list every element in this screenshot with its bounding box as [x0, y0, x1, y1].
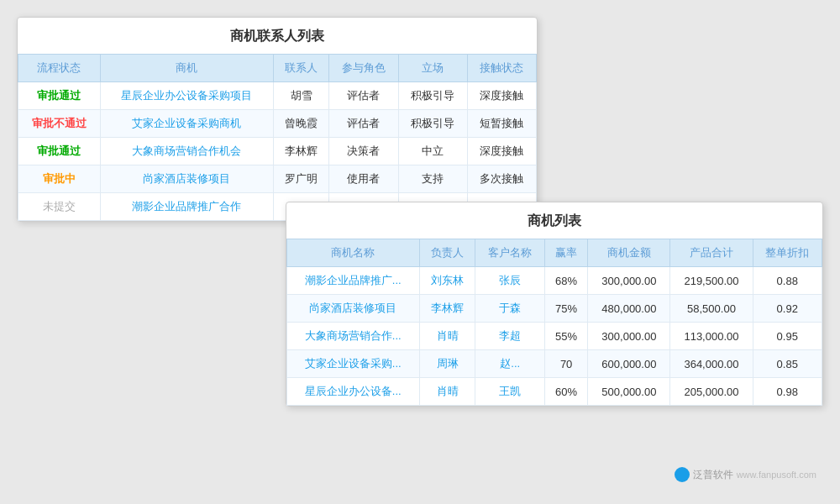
opp-discount: 0.92: [753, 295, 822, 323]
opp-row: 星辰企业办公设备...肖晴王凯60%500,000.00205,000.000.…: [287, 378, 822, 406]
contact-touch: 短暂接触: [467, 110, 536, 138]
opp-customer-link[interactable]: 赵...: [500, 357, 520, 370]
opp-customer: 王凯: [475, 378, 544, 406]
contacts-header-cell: 联系人: [273, 55, 329, 82]
contacts-header-cell: 立场: [398, 55, 467, 82]
opp-name-link[interactable]: 艾家企业设备采购...: [305, 357, 402, 370]
contact-opportunity-link[interactable]: 潮影企业品牌推广合作: [132, 200, 241, 213]
contact-opportunity-link[interactable]: 尚家酒店装修项目: [143, 172, 230, 185]
opp-customer-link[interactable]: 张辰: [499, 274, 521, 286]
contact-role: 评估者: [329, 110, 398, 138]
contact-position: 积极引导: [398, 82, 467, 110]
opp-header-cell: 商机名称: [287, 239, 420, 267]
watermark-url: www.fanpusoft.com: [737, 470, 816, 480]
opp-amount: 600,000.00: [588, 350, 670, 378]
opp-win-rate: 55%: [544, 323, 587, 350]
opp-name: 艾家企业设备采购...: [287, 350, 420, 378]
contact-touch: 深度接触: [467, 138, 536, 165]
opp-win-rate: 68%: [544, 267, 587, 295]
opp-discount: 0.95: [753, 323, 822, 350]
opp-product-total: 219,500.00: [670, 267, 753, 295]
opp-name: 大象商场营销合作...: [287, 323, 420, 350]
contact-opportunity-link[interactable]: 艾家企业设备采购商机: [132, 117, 241, 129]
opp-header-cell: 商机金额: [588, 239, 670, 267]
contacts-panel-title: 商机联系人列表: [18, 18, 537, 54]
opp-customer-link[interactable]: 王凯: [499, 385, 521, 397]
opp-customer-link[interactable]: 于森: [499, 302, 521, 314]
opp-owner-link[interactable]: 刘东林: [431, 274, 464, 286]
opp-owner: 肖晴: [419, 378, 475, 406]
opp-owner: 肖晴: [419, 323, 475, 350]
contacts-row: 审批通过大象商场营销合作机会李林辉决策者中立深度接触: [18, 138, 537, 165]
contact-name: 李林辉: [273, 138, 329, 165]
contacts-header-cell: 流程状态: [18, 55, 101, 82]
opp-customer: 赵...: [475, 350, 544, 378]
contact-name: 曾晚霞: [273, 110, 329, 138]
opp-amount: 480,000.00: [588, 295, 670, 323]
opp-amount: 500,000.00: [588, 378, 670, 406]
contact-opportunity: 星辰企业办公设备采购项目: [100, 82, 273, 110]
opp-row: 尚家酒店装修项目李林辉于森75%480,000.0058,500.000.92: [287, 295, 822, 323]
opportunities-panel-title: 商机列表: [286, 202, 822, 239]
contacts-header-cell: 接触状态: [467, 55, 536, 82]
contacts-panel: 商机联系人列表 流程状态商机联系人参与角色立场接触状态 审批通过星辰企业办公设备…: [17, 17, 538, 222]
opp-win-rate: 75%: [544, 295, 587, 323]
opp-discount: 0.88: [753, 267, 822, 295]
contacts-row: 审批通过星辰企业办公设备采购项目胡雪评估者积极引导深度接触: [18, 82, 537, 110]
opp-owner-link[interactable]: 肖晴: [437, 329, 459, 342]
contact-status: 审批中: [18, 165, 101, 193]
opp-owner: 周琳: [419, 350, 475, 378]
contact-status: 未提交: [18, 193, 101, 221]
contact-name: 胡雪: [273, 82, 329, 110]
contact-role: 决策者: [329, 138, 398, 165]
opp-name: 潮影企业品牌推广...: [287, 267, 420, 295]
opp-owner: 李林辉: [419, 295, 475, 323]
contact-status: 审批通过: [18, 138, 101, 165]
opp-header-cell: 客户名称: [475, 239, 544, 267]
opp-customer: 李超: [475, 323, 544, 350]
opp-product-total: 58,500.00: [670, 295, 753, 323]
opp-header-cell: 整单折扣: [753, 239, 822, 267]
contact-opportunity: 艾家企业设备采购商机: [100, 110, 273, 138]
contact-touch: 深度接触: [467, 82, 536, 110]
opp-name-link[interactable]: 潮影企业品牌推广...: [305, 274, 402, 286]
contact-status: 审批不通过: [18, 110, 101, 138]
contact-touch: 多次接触: [467, 165, 536, 193]
opp-owner-link[interactable]: 肖晴: [437, 385, 459, 397]
opp-name-link[interactable]: 大象商场营销合作...: [305, 329, 402, 342]
contact-opportunity-link[interactable]: 星辰企业办公设备采购项目: [121, 89, 252, 102]
opp-product-total: 205,000.00: [670, 378, 753, 406]
opp-owner-link[interactable]: 李林辉: [431, 302, 464, 314]
opp-discount: 0.98: [753, 378, 822, 406]
opp-header-cell: 赢率: [544, 239, 587, 267]
contact-position: 支持: [398, 165, 467, 193]
opp-row: 艾家企业设备采购...周琳赵...70600,000.00364,000.000…: [287, 350, 822, 378]
contacts-row: 审批中尚家酒店装修项目罗广明使用者支持多次接触: [18, 165, 537, 193]
contact-opportunity: 尚家酒店装修项目: [100, 165, 273, 193]
opp-owner-link[interactable]: 周琳: [437, 357, 459, 370]
contact-opportunity: 潮影企业品牌推广合作: [100, 193, 273, 221]
contacts-row: 审批不通过艾家企业设备采购商机曾晚霞评估者积极引导短暂接触: [18, 110, 537, 138]
opp-row: 潮影企业品牌推广...刘东林张辰68%300,000.00219,500.000…: [287, 267, 822, 295]
opportunities-panel: 商机列表 商机名称负责人客户名称赢率商机金额产品合计整单折扣 潮影企业品牌推广.…: [286, 202, 823, 407]
contact-role: 使用者: [329, 165, 398, 193]
opp-win-rate: 70: [544, 350, 587, 378]
opp-owner: 刘东林: [419, 267, 475, 295]
watermark-logo: [675, 467, 690, 482]
contact-status: 审批通过: [18, 82, 101, 110]
contacts-header-cell: 商机: [100, 55, 273, 82]
opp-header-cell: 产品合计: [670, 239, 753, 267]
contact-opportunity: 大象商场营销合作机会: [100, 138, 273, 165]
opp-name: 尚家酒店装修项目: [287, 295, 420, 323]
contact-opportunity-link[interactable]: 大象商场营销合作机会: [132, 144, 241, 157]
watermark: 泛普软件 www.fanpusoft.com: [675, 467, 816, 482]
opp-name: 星辰企业办公设备...: [287, 378, 420, 406]
opportunities-table: 商机名称负责人客户名称赢率商机金额产品合计整单折扣 潮影企业品牌推广...刘东林…: [286, 239, 822, 406]
contacts-header-cell: 参与角色: [329, 55, 398, 82]
contact-position: 积极引导: [398, 110, 467, 138]
opp-name-link[interactable]: 尚家酒店装修项目: [309, 302, 396, 314]
opp-discount: 0.85: [753, 350, 822, 378]
opp-customer-link[interactable]: 李超: [499, 329, 521, 342]
watermark-text: 泛普软件: [693, 468, 733, 482]
opp-name-link[interactable]: 星辰企业办公设备...: [305, 385, 402, 397]
